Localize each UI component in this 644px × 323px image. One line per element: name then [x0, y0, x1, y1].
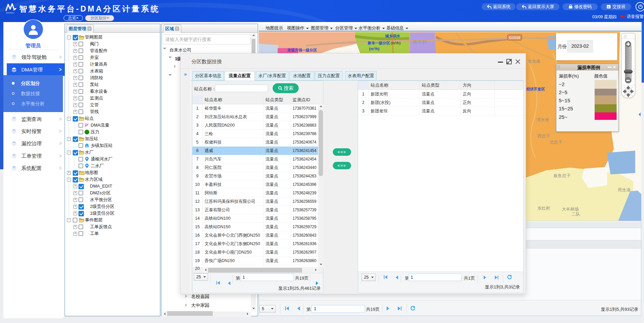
- svg-text:龙堤方强一级分区: 龙堤方强一级分区: [287, 48, 317, 52]
- svg-text:城乡供水: 城乡供水: [385, 34, 400, 38]
- svg-text:板鱼岔子: 板鱼岔子: [553, 173, 571, 178]
- svg-text:西岔子: 西岔子: [537, 134, 550, 138]
- svg-text:死生港: 死生港: [618, 188, 631, 192]
- svg-text:(m³/h): (m³/h): [369, 47, 380, 51]
- svg-text:水龙港: 水龙港: [528, 59, 540, 64]
- svg-text:北岔子: 北岔子: [550, 140, 562, 145]
- svg-text:新丰一级分区: 新丰一级分区: [367, 41, 390, 45]
- svg-text:大丰林场: 大丰林场: [562, 207, 579, 212]
- svg-text:G1516: G1516: [509, 36, 520, 40]
- svg-text:二队: 二队: [572, 212, 580, 217]
- svg-text:MIAOMIAO: MIAOMIAO: [6, 12, 14, 14]
- svg-text:(m³/h): (m³/h): [391, 41, 400, 45]
- svg-text:经济开发区: 经济开发区: [526, 87, 545, 91]
- svg-text:海丰村: 海丰村: [413, 39, 427, 45]
- svg-text:湾水舍: 湾水舍: [536, 117, 549, 122]
- svg-text:东灶村: 东灶村: [537, 206, 550, 211]
